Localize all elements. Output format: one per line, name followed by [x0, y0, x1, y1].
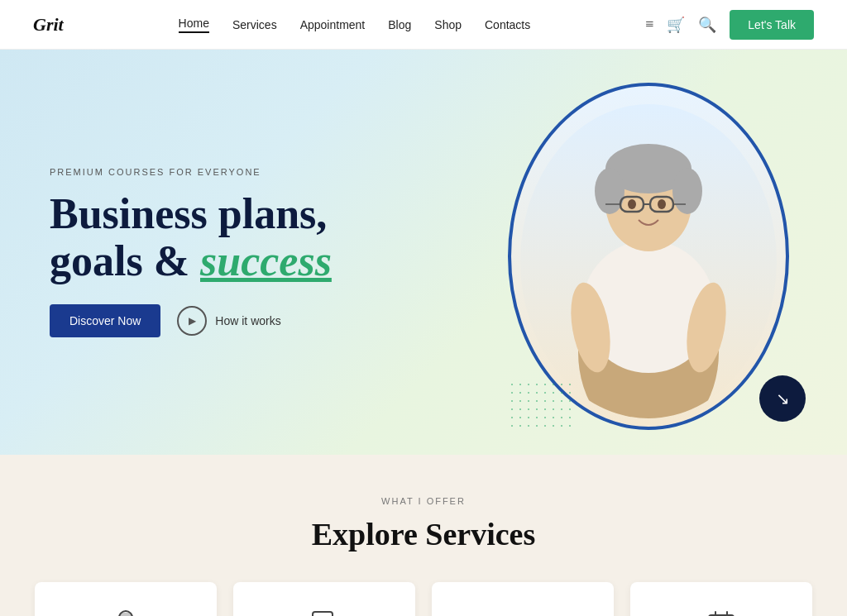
cart-icon[interactable]: 🛒 [667, 16, 685, 34]
person-illustration [516, 96, 781, 427]
service-cards-container: Professional Coach Sed do euism od tempo… [33, 582, 814, 616]
nav-appointment[interactable]: Appointment [300, 18, 366, 31]
service-card-schedule[interactable]: Flexible Schedule Sed do euism od tempor [630, 582, 812, 616]
hero-title: Business plans, goals & success [50, 190, 332, 284]
service-card-training[interactable]: Business Training Sed do euism od tempor [432, 582, 614, 616]
services-eyebrow: WHAT I OFFER [33, 496, 814, 506]
nav-links: Home Services Appointment Blog Shop Cont… [179, 17, 531, 33]
nav-icon-group: ≡ 🛒 🔍 Let's Talk [645, 10, 814, 40]
services-title: Explore Services [33, 516, 814, 552]
discover-now-button[interactable]: Discover Now [50, 304, 160, 337]
nav-services[interactable]: Services [232, 18, 277, 31]
hero-section: PREMIUM COURSES FOR EVERYONE Business pl… [0, 50, 847, 455]
hero-title-line1: Business plans, [50, 190, 327, 237]
hero-buttons: Discover Now ▶ How it works [50, 304, 332, 337]
nav-home[interactable]: Home [179, 17, 209, 33]
hero-image-area: ↘ [500, 66, 797, 446]
navbar: Grit Home Services Appointment Blog Shop… [0, 0, 847, 50]
hero-title-success: success [200, 237, 332, 284]
svg-point-17 [658, 199, 666, 209]
menu-icon[interactable]: ≡ [645, 16, 653, 33]
nav-shop[interactable]: Shop [434, 18, 462, 31]
service-card-coach[interactable]: Professional Coach Sed do euism od tempo… [35, 582, 217, 616]
service-card-keynote[interactable]: Keynotes & Talks Sed do euism od tempor [233, 582, 415, 616]
search-icon[interactable]: 🔍 [698, 16, 716, 34]
keynote-icon [306, 607, 342, 616]
hero-circle [508, 83, 789, 430]
logo[interactable]: Grit [33, 14, 64, 36]
hero-arrow-button[interactable]: ↘ [759, 375, 806, 422]
hero-eyebrow: PREMIUM COURSES FOR EVERYONE [50, 167, 332, 177]
services-section: WHAT I OFFER Explore Services Profession… [0, 455, 847, 616]
dot-pattern-decoration [508, 380, 574, 430]
lets-talk-button[interactable]: Let's Talk [730, 10, 814, 40]
nav-contacts[interactable]: Contacts [485, 18, 530, 31]
svg-rect-20 [313, 612, 333, 616]
how-it-works-button[interactable]: ▶ How it works [177, 306, 280, 336]
play-icon: ▶ [177, 306, 207, 336]
hero-content: PREMIUM COURSES FOR EVERYONE Business pl… [50, 167, 332, 337]
hero-title-line2: goals & [50, 237, 200, 284]
svg-rect-19 [119, 613, 132, 616]
svg-point-16 [628, 199, 636, 209]
coach-icon [108, 607, 144, 616]
schedule-icon [703, 607, 739, 616]
training-icon [505, 607, 541, 616]
svg-point-10 [672, 168, 702, 214]
how-it-works-label: How it works [215, 314, 280, 327]
nav-blog[interactable]: Blog [388, 18, 411, 31]
